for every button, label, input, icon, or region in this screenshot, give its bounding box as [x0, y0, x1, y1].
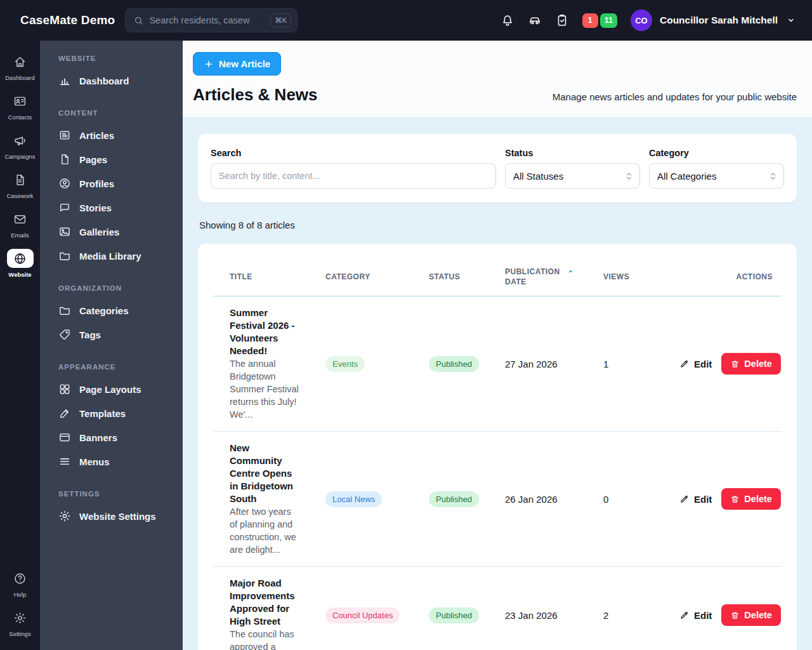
- results-count: Showing 8 of 8 articles: [199, 220, 796, 230]
- topbar: CaseMate Demo ⌘K: [0, 0, 812, 41]
- column-header-category[interactable]: CATEGORY: [325, 272, 429, 281]
- sidebar-item-pages[interactable]: Pages: [40, 147, 183, 171]
- article-title-cell: New Community Centre Opens in Bridgetown…: [213, 442, 325, 556]
- article-search-input[interactable]: [211, 163, 496, 189]
- rail-item-emails[interactable]: Emails: [0, 204, 40, 244]
- category-select[interactable]: All Categories: [649, 163, 784, 189]
- gear-icon: [58, 510, 71, 522]
- notification-counters: 1 11: [582, 13, 617, 28]
- views-count: 1: [603, 359, 679, 369]
- rail-item-casework[interactable]: Casework: [0, 165, 40, 204]
- megaphone-icon: [13, 134, 27, 147]
- global-search[interactable]: ⌘K: [125, 8, 298, 32]
- article-excerpt: The council has approved a: [230, 628, 299, 650]
- column-header-views[interactable]: VIEWS: [603, 272, 679, 281]
- counter-badge-green[interactable]: 11: [600, 13, 617, 28]
- website-sidebar: WEBSITE Dashboard CONTENT Articles: [40, 41, 183, 650]
- row-actions: Edit Delete: [679, 604, 790, 626]
- category-badge: Local News: [325, 491, 382, 507]
- rail-item-website[interactable]: Website: [0, 244, 40, 283]
- select-chevrons-icon: [768, 171, 778, 182]
- counter-badge-red[interactable]: 1: [582, 13, 598, 28]
- menu-lines-icon: [58, 455, 71, 468]
- sidebar-item-galleries[interactable]: Galleries: [40, 220, 183, 244]
- rail-item-help[interactable]: Help: [0, 564, 40, 603]
- page-subtitle: Manage news articles and updates for you…: [553, 91, 797, 105]
- page-title: Articles & News: [193, 85, 318, 105]
- rail-item-contacts[interactable]: Contacts: [0, 86, 40, 126]
- edit-button[interactable]: Edit: [679, 610, 712, 621]
- primary-nav-rail: Dashboard Contacts Campaigns Casework: [0, 41, 40, 650]
- filters-card: Search Status All Statuses Categ: [198, 134, 797, 202]
- sidebar-item-website-settings[interactable]: Website Settings: [40, 504, 183, 528]
- sidebar-item-templates[interactable]: Templates: [40, 401, 183, 425]
- section-title: APPEARANCE: [40, 363, 183, 371]
- views-count: 2: [603, 610, 679, 621]
- sidebar-item-profiles[interactable]: Profiles: [40, 171, 183, 196]
- sidebar-item-dashboard[interactable]: Dashboard: [40, 69, 183, 93]
- edit-button[interactable]: Edit: [679, 359, 712, 369]
- folder-icon: [58, 304, 71, 317]
- page-icon: [58, 153, 71, 166]
- delete-button[interactable]: Delete: [721, 604, 781, 626]
- tag-icon: [58, 328, 71, 341]
- article-title-cell: Summer Festival 2026 - Volunteers Needed…: [213, 307, 325, 421]
- filter-search-field: Search: [211, 148, 496, 189]
- transport-button[interactable]: [528, 13, 542, 27]
- edit-button[interactable]: Edit: [679, 494, 712, 505]
- sidebar-item-media-library[interactable]: Media Library: [40, 244, 183, 268]
- table-row: Summer Festival 2026 - Volunteers Needed…: [213, 296, 782, 432]
- pencil-icon: [679, 494, 690, 504]
- status-badge: Published: [429, 491, 479, 507]
- publication-date: 27 Jan 2026: [505, 359, 603, 369]
- tasks-button[interactable]: [555, 13, 569, 27]
- rail-item-settings[interactable]: Settings: [0, 603, 40, 642]
- trash-icon: [730, 359, 740, 369]
- category-label: Category: [649, 148, 784, 158]
- notifications-button[interactable]: [501, 13, 514, 27]
- title-row: Articles & News Manage news articles and…: [193, 85, 797, 105]
- home-icon: [13, 55, 27, 69]
- pencil-icon: [679, 610, 690, 620]
- main-content: New Article Articles & News Manage news …: [183, 41, 812, 650]
- filter-category-field: Category All Categories: [649, 148, 784, 189]
- category-badge: Council Updates: [325, 607, 400, 623]
- global-search-input[interactable]: [149, 15, 265, 25]
- user-menu[interactable]: CO Councillor Sarah Mitchell: [631, 10, 797, 31]
- article-title: Major Road Improvements Approved for Hig…: [230, 577, 299, 628]
- bar-chart-icon: [58, 74, 71, 87]
- sidebar-item-tags[interactable]: Tags: [40, 322, 183, 347]
- app-brand: CaseMate Demo: [20, 13, 115, 27]
- sidebar-section-content: CONTENT Articles Pages: [40, 109, 183, 268]
- sidebar-item-page-layouts[interactable]: Page Layouts: [40, 377, 183, 401]
- pencil-icon: [679, 359, 690, 369]
- column-header-publication-date[interactable]: PUBLICATION DATE: [505, 267, 603, 287]
- column-header-status[interactable]: STATUS: [429, 272, 505, 281]
- sidebar-item-categories[interactable]: Categories: [40, 298, 183, 322]
- folder-icon: [58, 249, 71, 262]
- status-select[interactable]: All Statuses: [505, 163, 640, 189]
- column-header-title[interactable]: TITLE: [213, 272, 325, 281]
- row-actions: Edit Delete: [679, 353, 790, 375]
- bell-icon: [501, 13, 514, 27]
- rail-item-dashboard[interactable]: Dashboard: [0, 47, 40, 86]
- banner-icon: [58, 431, 71, 444]
- globe-icon: [13, 252, 27, 265]
- sidebar-item-banners[interactable]: Banners: [40, 425, 183, 449]
- sidebar-item-menus[interactable]: Menus: [40, 449, 183, 474]
- sidebar-item-stories[interactable]: Stories: [40, 196, 183, 220]
- layout-grid-icon: [58, 383, 71, 395]
- sidebar-item-articles[interactable]: Articles: [40, 123, 183, 147]
- trash-icon: [730, 494, 740, 504]
- new-article-button[interactable]: New Article: [193, 52, 281, 76]
- delete-button[interactable]: Delete: [721, 353, 781, 375]
- table-header-row: TITLE CATEGORY STATUS PUBLICATION DATE V…: [213, 259, 782, 296]
- rail-item-campaigns[interactable]: Campaigns: [0, 126, 40, 165]
- section-title: SETTINGS: [40, 490, 183, 498]
- status-badge: Published: [429, 607, 479, 623]
- chat-bubble-icon: [58, 201, 71, 214]
- articles-table: TITLE CATEGORY STATUS PUBLICATION DATE V…: [198, 244, 797, 650]
- delete-button[interactable]: Delete: [721, 488, 781, 510]
- table-row: Major Road Improvements Approved for Hig…: [213, 567, 782, 650]
- car-icon: [528, 13, 542, 27]
